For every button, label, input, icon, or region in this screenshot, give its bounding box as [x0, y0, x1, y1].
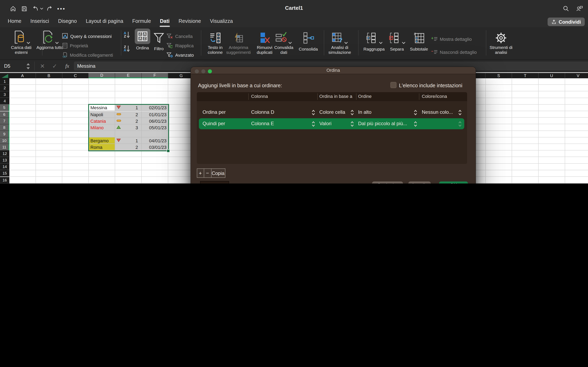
row-header-13[interactable]: 13: [0, 157, 9, 164]
row-header-15[interactable]: 15: [0, 170, 9, 177]
name-box[interactable]: D5: [4, 60, 10, 72]
column-header-F[interactable]: F: [142, 73, 168, 78]
row-header-10[interactable]: 10: [0, 137, 9, 144]
undo-icon[interactable]: [33, 5, 39, 12]
more-icon[interactable]: •••: [57, 5, 66, 12]
ribbon-anteprima-button[interactable]: Anteprima suggerimenti: [225, 29, 251, 55]
column-header-V[interactable]: V: [565, 73, 588, 78]
headers-checkbox[interactable]: [390, 82, 397, 88]
sort-level-2-stepper-icon[interactable]: [311, 120, 315, 127]
ribbon-modifica-collegamenti-button[interactable]: Modifica collegamenti: [62, 51, 113, 58]
sort-level-1-order-popup[interactable]: In alto: [358, 109, 371, 115]
ribbon-query-connessioni-button[interactable]: Query & connessioni: [62, 33, 112, 40]
down-arrow-icon: [127, 31, 130, 38]
sort-level-1-stepper-icon[interactable]: [414, 109, 417, 116]
search-icon[interactable]: [563, 5, 569, 12]
tab-layout-di-pagina[interactable]: Layout di pagina: [81, 16, 128, 27]
share-button[interactable]: Condividi: [548, 17, 585, 26]
tab-disegno[interactable]: Disegno: [53, 16, 81, 27]
confirm-entry-icon[interactable]: ✓: [52, 60, 57, 72]
sort-level-2-column-popup[interactable]: Colonna E: [251, 120, 274, 126]
dialog-title-bar[interactable]: Ordina: [191, 67, 476, 74]
row-header-7[interactable]: 7: [0, 118, 9, 124]
ribbon-aggiorna-tutto-button[interactable]: Aggiorna tutto: [36, 29, 64, 50]
ribbon-filtro-button[interactable]: Filtro: [152, 29, 166, 51]
row-header-8[interactable]: 8: [0, 124, 9, 131]
fill-handle[interactable]: [167, 149, 170, 152]
row-header-17[interactable]: 17: [0, 183, 9, 184]
add-level-button[interactable]: +: [197, 168, 204, 178]
ok-button[interactable]: OK: [439, 182, 468, 184]
insert-function-icon[interactable]: fx: [65, 60, 69, 72]
row-header-3[interactable]: 3: [0, 91, 9, 98]
save-icon[interactable]: [21, 5, 27, 12]
name-box-stepper[interactable]: [26, 63, 30, 71]
sort-ascending-button[interactable]: AZ: [124, 31, 130, 38]
ribbon-separa-button[interactable]: Separa: [387, 29, 407, 52]
column-header-E[interactable]: E: [115, 73, 142, 78]
tab-inserisci[interactable]: Inserisci: [26, 16, 54, 27]
sort-level-1-stepper-icon[interactable]: [350, 109, 354, 116]
sort-level-1-stepper-icon[interactable]: [311, 109, 315, 116]
cancel-entry-icon[interactable]: ✕: [40, 60, 45, 72]
column-header-U[interactable]: U: [539, 73, 565, 78]
sort-level-2-sort-on-popup[interactable]: Valori: [319, 120, 332, 126]
remove-level-button[interactable]: −: [204, 168, 211, 178]
sort-level-2-stepper-icon[interactable]: [414, 120, 417, 127]
ribbon-ordina-button[interactable]: ZAAZ Ordina: [134, 29, 151, 50]
ribbon-convalida-dati-button[interactable]: Convalida dati: [271, 29, 296, 55]
ribbon-mostra-dettaglio-button[interactable]: Mostra dettaglio: [431, 35, 472, 42]
ribbon-testo-colonne-button[interactable]: Testo in colonne: [203, 29, 227, 55]
row-header-12[interactable]: 12: [0, 150, 9, 157]
ribbon-analisi-simulazione-button[interactable]: ? Analisi di simulazione: [327, 29, 353, 55]
row-header-16[interactable]: 16: [0, 177, 9, 183]
ribbon-avanzato-button[interactable]: Avanzato: [167, 51, 194, 58]
row-header-4[interactable]: 4: [0, 98, 9, 105]
ribbon-cancella-button[interactable]: Cancella: [167, 33, 193, 40]
tab-home[interactable]: Home: [3, 16, 26, 27]
ribbon-nascondi-dettaglio-button[interactable]: Nascondi dettaglio: [431, 49, 477, 55]
redo-icon[interactable]: [46, 5, 52, 12]
column-header-D[interactable]: D: [89, 73, 115, 78]
ribbon-consolida-button[interactable]: Consolida: [296, 29, 320, 52]
row-header-14[interactable]: 14: [0, 164, 9, 170]
undo-chevron-icon[interactable]: [40, 5, 43, 12]
flash-fill-icon: [225, 29, 251, 45]
sort-level-2-stepper-icon[interactable]: [350, 120, 354, 127]
column-header-S[interactable]: S: [486, 73, 512, 78]
sort-level-1-color-icon-popup[interactable]: Nessun colo...: [422, 109, 453, 115]
sort-level-1-stepper-icon[interactable]: [458, 109, 462, 116]
row-header-6[interactable]: 6: [0, 111, 9, 118]
tab-visualizza[interactable]: Visualizza: [205, 16, 237, 27]
sort-level-2-order-popup[interactable]: Dal più piccolo al più...: [358, 120, 407, 126]
ribbon-strumenti-analisi-button[interactable]: Strumenti di analisi: [489, 29, 513, 55]
column-header-B[interactable]: B: [36, 73, 62, 78]
ribbon-subtotale-button[interactable]: Subtotale: [407, 29, 430, 52]
ribbon-proprieta-button[interactable]: Proprietà: [62, 42, 88, 49]
column-header-T[interactable]: T: [512, 73, 539, 78]
column-header-A[interactable]: A: [9, 73, 36, 78]
row-header-1[interactable]: 1: [0, 78, 9, 85]
ribbon-riapplica-button[interactable]: Riapplica: [167, 42, 194, 49]
ribbon-carica-dati-button[interactable]: Carica dati esterni: [6, 29, 37, 55]
options-button[interactable]: Opzioni...: [372, 182, 403, 184]
row-header-9[interactable]: 9: [0, 131, 9, 137]
people-chat-icon[interactable]: [576, 5, 583, 12]
tab-formule[interactable]: Formule: [128, 16, 156, 27]
sort-level-1-sort-on-popup[interactable]: Colore cella: [319, 109, 345, 115]
tab-dati[interactable]: Dati: [155, 16, 174, 27]
copy-level-button[interactable]: Copia: [211, 168, 225, 178]
row-header-5[interactable]: 5: [0, 105, 9, 111]
row-header-11[interactable]: 11: [0, 144, 9, 150]
column-header-C[interactable]: C: [62, 73, 89, 78]
cancel-button[interactable]: Annulla: [408, 182, 431, 184]
sort-level-2-stepper-icon[interactable]: [458, 120, 462, 127]
sort-descending-button[interactable]: ZA: [124, 45, 130, 52]
row-header-2[interactable]: 2: [0, 85, 9, 91]
subtotal-icon: [407, 29, 430, 45]
sort-level-1-column-popup[interactable]: Colonna D: [251, 109, 274, 115]
tab-revisione[interactable]: Revisione: [174, 16, 206, 27]
home-icon[interactable]: [10, 5, 16, 12]
select-all-corner[interactable]: [0, 73, 10, 79]
ribbon-raggruppa-button[interactable]: Raggruppa: [361, 29, 387, 52]
